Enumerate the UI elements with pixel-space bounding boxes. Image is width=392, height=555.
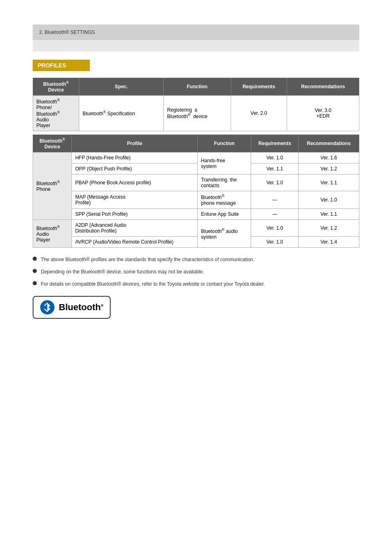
- bluetooth-logo-section: Bluetooth®: [33, 296, 359, 319]
- col-header-device-2: Bluetooth®Device: [33, 135, 72, 152]
- profile-opp: OPP (Object Push Profile): [72, 163, 198, 175]
- function-handsfree: Hands-freesystem: [198, 152, 251, 175]
- profile-row-map: MAP (Message AccessProfile) Bluetooth®ph…: [33, 191, 359, 209]
- profiles-header: PROFILES: [33, 60, 90, 71]
- spec-row-spec: Bluetooth® Specification: [79, 96, 164, 131]
- req-avrcp: Ver. 1.0: [251, 237, 298, 248]
- bullet-dot-2: [33, 269, 37, 273]
- bullets-section: The above Bluetooth® profiles are the st…: [33, 256, 359, 288]
- bullet-text-3: For details on compatible Bluetooth® dev…: [41, 280, 265, 288]
- req-opp: Ver. 1.1: [251, 163, 298, 175]
- col-header-requirements-1: Require­ments: [231, 78, 287, 96]
- bullet-text-1: The above Bluetooth® profiles are the st…: [41, 256, 254, 263]
- bullet-text-2: Depending on the Bluetooth® device, some…: [41, 268, 204, 275]
- bullet-item-1: The above Bluetooth® profiles are the st…: [33, 256, 359, 263]
- profile-avrcp: AVRCP (Audio/Video Re­mote Control Profi…: [72, 237, 198, 248]
- col-header-recommendations-1: Recommen­dations: [287, 78, 359, 96]
- bluetooth-icon: [40, 300, 55, 315]
- req-hfp: Ver. 1.0: [251, 152, 298, 163]
- req-spp: —: [251, 209, 298, 220]
- profile-row-opp: OPP (Object Push Profile) Ver. 1.1 Ver. …: [33, 163, 359, 175]
- table-container: Bluetooth®Device Spec. Function Require­…: [33, 78, 359, 248]
- bullet-item-2: Depending on the Bluetooth® device, some…: [33, 268, 359, 275]
- profile-table: Bluetooth®Device Profile Function Requir…: [33, 134, 359, 248]
- rec-pbap: Ver. 1.1: [298, 175, 359, 191]
- function-audio: Bluetooth® audiosystem: [198, 220, 251, 248]
- rec-opp: Ver. 1.2: [298, 163, 359, 175]
- col-header-profile: Profile: [72, 135, 198, 152]
- spec-row-function: Registering aBluetooth® de­vice: [164, 96, 231, 131]
- rec-map: Ver. 1.0: [298, 191, 359, 209]
- section-title: 2. Bluetooth® SETTINGS: [39, 29, 95, 35]
- col-header-spec: Spec.: [79, 78, 164, 96]
- col-header-function-2: Function: [198, 135, 251, 152]
- top-header-bar: 2. Bluetooth® SETTINGS: [33, 25, 359, 40]
- function-spp: Entune App Suite: [198, 209, 251, 220]
- profile-row-pbap: PBAP (Phone Book Ac­cess profile) Transf…: [33, 175, 359, 191]
- profile-row-a2dp: Bluetooth®AudioPlayer A2DP (Advanced Aud…: [33, 220, 359, 237]
- bluetooth-wordmark: Bluetooth®: [59, 302, 103, 313]
- profile-spp: SPP (Serial Port Profile): [72, 209, 198, 220]
- profile-map: MAP (Message AccessProfile): [72, 191, 198, 209]
- bluetooth-logo-box: Bluetooth®: [33, 296, 111, 319]
- device-bt-phone: Bluetooth®Phone: [33, 152, 72, 220]
- profile-pbap: PBAP (Phone Book Ac­cess profile): [72, 175, 198, 191]
- req-map: —: [251, 191, 298, 209]
- bullet-dot-3: [33, 281, 37, 285]
- page-wrapper: 2. Bluetooth® SETTINGS PROFILES Bluetoot…: [0, 25, 392, 555]
- col-header-function-1: Function: [164, 78, 231, 96]
- rec-hfp: Ver. 1.6: [298, 152, 359, 163]
- rec-avrcp: Ver. 1.4: [298, 237, 359, 248]
- profile-row-spp: SPP (Serial Port Profile) Entune App Sui…: [33, 209, 359, 220]
- subtitle-bar: [33, 40, 359, 51]
- col-header-device-1: Bluetooth®Device: [33, 78, 79, 96]
- req-a2dp: Ver. 1.0: [251, 220, 298, 237]
- req-pbap: Ver. 1.0: [251, 175, 298, 191]
- rec-spp: Ver. 1.1: [298, 209, 359, 220]
- bullet-dot-1: [33, 257, 37, 261]
- spec-row-device: Bluetooth®Phone/Bluetooth®AudioPlayer: [33, 96, 79, 131]
- col-header-requirements-2: Require­ments: [251, 135, 298, 152]
- function-transferring: Transferring thecontacts: [198, 175, 251, 191]
- spec-table-row: Bluetooth®Phone/Bluetooth®AudioPlayer Bl…: [33, 96, 359, 131]
- device-bt-audio: Bluetooth®AudioPlayer: [33, 220, 72, 248]
- col-header-recommendations-2: Recommen­dations: [298, 135, 359, 152]
- profile-row-avrcp: AVRCP (Audio/Video Re­mote Control Profi…: [33, 237, 359, 248]
- profile-hfp: HFP (Hands-Free Profile): [72, 152, 198, 163]
- spec-table: Bluetooth®Device Spec. Function Require­…: [33, 78, 359, 131]
- spec-row-requirements: Ver. 2.0: [231, 96, 287, 131]
- bullet-item-3: For details on compatible Bluetooth® dev…: [33, 280, 359, 288]
- profile-a2dp: A2DP (Advanced AudioDistribution Profile…: [72, 220, 198, 237]
- profile-row-hfp: Bluetooth®Phone HFP (Hands-Free Profile)…: [33, 152, 359, 163]
- spec-row-recommendations: Ver. 3.0+EDR: [287, 96, 359, 131]
- function-map: Bluetooth®phone message: [198, 191, 251, 209]
- rec-a2dp: Ver. 1.2: [298, 220, 359, 237]
